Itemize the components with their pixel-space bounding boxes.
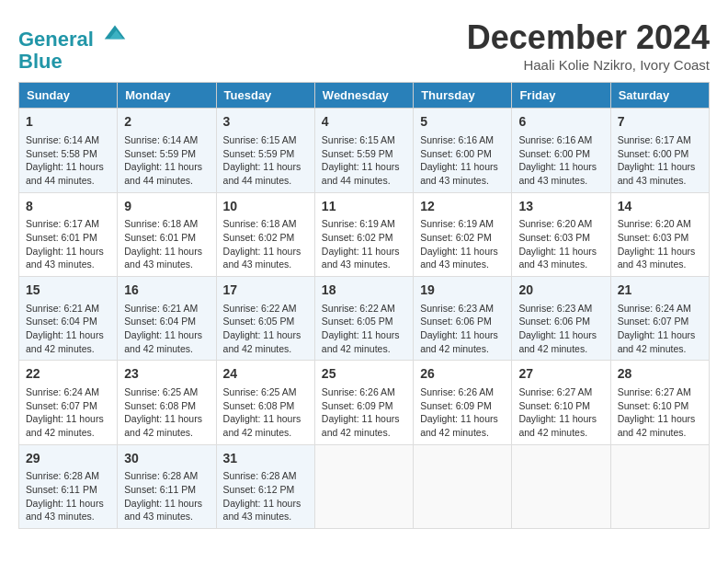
- cell-content: Sunrise: 6:20 AMSunset: 6:03 PMDaylight:…: [618, 217, 702, 271]
- logo-blue: Blue: [18, 51, 129, 73]
- day-number: 11: [322, 198, 406, 216]
- calendar-cell: 25Sunrise: 6:26 AMSunset: 6:09 PMDayligh…: [314, 361, 413, 444]
- day-number: 18: [322, 282, 406, 300]
- weekday-header-row: SundayMondayTuesdayWednesdayThursdayFrid…: [19, 83, 710, 109]
- calendar-cell: 2Sunrise: 6:14 AMSunset: 5:59 PMDaylight…: [118, 109, 216, 192]
- day-number: 2: [124, 113, 209, 132]
- weekday-header-tuesday: Tuesday: [216, 83, 314, 109]
- week-row-5: 29Sunrise: 6:28 AMSunset: 6:11 PMDayligh…: [19, 444, 710, 528]
- cell-content: Sunrise: 6:16 AMSunset: 6:00 PMDaylight:…: [420, 133, 505, 188]
- calendar-cell: [610, 444, 709, 528]
- cell-content: Sunrise: 6:26 AMSunset: 6:09 PMDaylight:…: [420, 385, 505, 440]
- page-header: General Blue December 2024 Haali Kolie N…: [18, 18, 710, 73]
- calendar-cell: 15Sunrise: 6:21 AMSunset: 6:04 PMDayligh…: [19, 277, 118, 361]
- cell-content: Sunrise: 6:15 AMSunset: 5:59 PMDaylight:…: [322, 133, 406, 188]
- cell-content: Sunrise: 6:24 AMSunset: 6:07 PMDaylight:…: [618, 302, 702, 356]
- day-number: 15: [26, 282, 110, 300]
- cell-content: Sunrise: 6:24 AMSunset: 6:07 PMDaylight:…: [26, 385, 110, 440]
- calendar-cell: 16Sunrise: 6:21 AMSunset: 6:04 PMDayligh…: [118, 277, 216, 361]
- weekday-header-friday: Friday: [512, 83, 610, 109]
- month-title: December 2024: [467, 18, 710, 57]
- cell-content: Sunrise: 6:18 AMSunset: 6:02 PMDaylight:…: [223, 217, 308, 271]
- day-number: 31: [223, 450, 308, 468]
- calendar-cell: 23Sunrise: 6:25 AMSunset: 6:08 PMDayligh…: [118, 361, 216, 444]
- cell-content: Sunrise: 6:17 AMSunset: 6:00 PMDaylight:…: [618, 133, 702, 188]
- cell-content: Sunrise: 6:28 AMSunset: 6:12 PMDaylight:…: [223, 469, 308, 523]
- cell-content: Sunrise: 6:27 AMSunset: 6:10 PMDaylight:…: [618, 385, 702, 440]
- day-number: 10: [223, 198, 308, 216]
- cell-content: Sunrise: 6:21 AMSunset: 6:04 PMDaylight:…: [26, 302, 110, 356]
- cell-content: Sunrise: 6:25 AMSunset: 6:08 PMDaylight:…: [124, 385, 209, 440]
- day-number: 6: [518, 113, 603, 132]
- logo-general: General: [18, 28, 94, 51]
- calendar-cell: 22Sunrise: 6:24 AMSunset: 6:07 PMDayligh…: [19, 361, 118, 444]
- calendar-cell: [314, 444, 413, 528]
- day-number: 20: [518, 282, 603, 300]
- weekday-header-thursday: Thursday: [414, 83, 512, 109]
- cell-content: Sunrise: 6:28 AMSunset: 6:11 PMDaylight:…: [26, 469, 110, 523]
- week-row-4: 22Sunrise: 6:24 AMSunset: 6:07 PMDayligh…: [19, 361, 710, 444]
- day-number: 28: [618, 365, 702, 384]
- day-number: 16: [124, 282, 209, 300]
- calendar-cell: 28Sunrise: 6:27 AMSunset: 6:10 PMDayligh…: [610, 361, 709, 444]
- calendar-cell: 9Sunrise: 6:18 AMSunset: 6:01 PMDaylight…: [118, 192, 216, 276]
- cell-content: Sunrise: 6:16 AMSunset: 6:00 PMDaylight:…: [518, 133, 603, 188]
- cell-content: Sunrise: 6:18 AMSunset: 6:01 PMDaylight:…: [124, 217, 209, 271]
- calendar-cell: 27Sunrise: 6:27 AMSunset: 6:10 PMDayligh…: [512, 361, 610, 444]
- day-number: 3: [223, 113, 308, 132]
- cell-content: Sunrise: 6:19 AMSunset: 6:02 PMDaylight:…: [420, 217, 505, 271]
- calendar-cell: 8Sunrise: 6:17 AMSunset: 6:01 PMDaylight…: [19, 192, 118, 276]
- cell-content: Sunrise: 6:26 AMSunset: 6:09 PMDaylight:…: [322, 385, 406, 440]
- cell-content: Sunrise: 6:25 AMSunset: 6:08 PMDaylight:…: [223, 385, 308, 440]
- cell-content: Sunrise: 6:23 AMSunset: 6:06 PMDaylight:…: [518, 302, 603, 356]
- week-row-3: 15Sunrise: 6:21 AMSunset: 6:04 PMDayligh…: [19, 277, 710, 361]
- calendar-cell: 29Sunrise: 6:28 AMSunset: 6:11 PMDayligh…: [19, 444, 118, 528]
- cell-content: Sunrise: 6:19 AMSunset: 6:02 PMDaylight:…: [322, 217, 406, 271]
- day-number: 8: [26, 198, 110, 216]
- week-row-2: 8Sunrise: 6:17 AMSunset: 6:01 PMDaylight…: [19, 192, 710, 276]
- calendar-cell: 14Sunrise: 6:20 AMSunset: 6:03 PMDayligh…: [610, 192, 709, 276]
- day-number: 17: [223, 282, 308, 300]
- logo-icon: [101, 18, 129, 46]
- logo: General Blue: [18, 18, 129, 73]
- calendar-cell: 3Sunrise: 6:15 AMSunset: 5:59 PMDaylight…: [216, 109, 314, 192]
- calendar-cell: [512, 444, 610, 528]
- cell-content: Sunrise: 6:22 AMSunset: 6:05 PMDaylight:…: [223, 302, 308, 356]
- location-subtitle: Haali Kolie Nzikro, Ivory Coast: [467, 57, 710, 73]
- calendar-cell: 5Sunrise: 6:16 AMSunset: 6:00 PMDaylight…: [414, 109, 512, 192]
- cell-content: Sunrise: 6:17 AMSunset: 6:01 PMDaylight:…: [26, 217, 110, 271]
- day-number: 13: [518, 198, 603, 216]
- day-number: 25: [322, 365, 406, 384]
- calendar-cell: 13Sunrise: 6:20 AMSunset: 6:03 PMDayligh…: [512, 192, 610, 276]
- day-number: 7: [618, 113, 702, 132]
- day-number: 26: [420, 365, 505, 384]
- cell-content: Sunrise: 6:14 AMSunset: 5:58 PMDaylight:…: [26, 133, 110, 188]
- calendar-cell: 20Sunrise: 6:23 AMSunset: 6:06 PMDayligh…: [512, 277, 610, 361]
- weekday-header-sunday: Sunday: [19, 83, 118, 109]
- day-number: 12: [420, 198, 505, 216]
- calendar-cell: 26Sunrise: 6:26 AMSunset: 6:09 PMDayligh…: [414, 361, 512, 444]
- calendar-cell: 4Sunrise: 6:15 AMSunset: 5:59 PMDaylight…: [314, 109, 413, 192]
- calendar-cell: 19Sunrise: 6:23 AMSunset: 6:06 PMDayligh…: [414, 277, 512, 361]
- day-number: 30: [124, 450, 209, 468]
- day-number: 23: [124, 365, 209, 384]
- calendar-cell: 11Sunrise: 6:19 AMSunset: 6:02 PMDayligh…: [314, 192, 413, 276]
- cell-content: Sunrise: 6:28 AMSunset: 6:11 PMDaylight:…: [124, 469, 209, 523]
- calendar-cell: 24Sunrise: 6:25 AMSunset: 6:08 PMDayligh…: [216, 361, 314, 444]
- cell-content: Sunrise: 6:23 AMSunset: 6:06 PMDaylight:…: [420, 302, 505, 356]
- calendar-cell: 1Sunrise: 6:14 AMSunset: 5:58 PMDaylight…: [19, 109, 118, 192]
- cell-content: Sunrise: 6:21 AMSunset: 6:04 PMDaylight:…: [124, 302, 209, 356]
- calendar-cell: 31Sunrise: 6:28 AMSunset: 6:12 PMDayligh…: [216, 444, 314, 528]
- day-number: 14: [618, 198, 702, 216]
- cell-content: Sunrise: 6:20 AMSunset: 6:03 PMDaylight:…: [518, 217, 603, 271]
- day-number: 9: [124, 198, 209, 216]
- calendar-cell: 30Sunrise: 6:28 AMSunset: 6:11 PMDayligh…: [118, 444, 216, 528]
- day-number: 22: [26, 365, 110, 384]
- weekday-header-saturday: Saturday: [610, 83, 709, 109]
- calendar-cell: 12Sunrise: 6:19 AMSunset: 6:02 PMDayligh…: [414, 192, 512, 276]
- weekday-header-monday: Monday: [118, 83, 216, 109]
- day-number: 19: [420, 282, 505, 300]
- day-number: 21: [618, 282, 702, 300]
- cell-content: Sunrise: 6:27 AMSunset: 6:10 PMDaylight:…: [518, 385, 603, 440]
- weekday-header-wednesday: Wednesday: [314, 83, 413, 109]
